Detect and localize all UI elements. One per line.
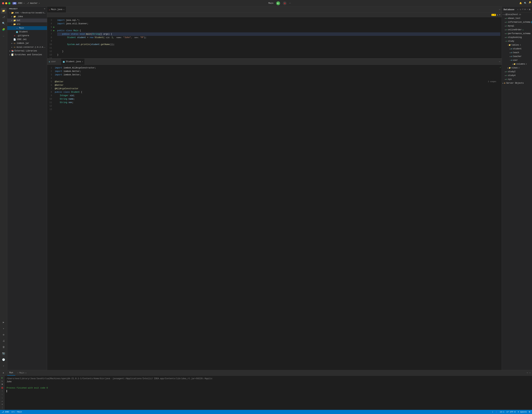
run-wrap-toggle[interactable]: ↵ bbox=[0, 400, 4, 403]
more-tools-icon[interactable]: … bbox=[1, 33, 6, 38]
branch-name[interactable]: master bbox=[30, 2, 38, 4]
sidebar-item-out[interactable]: ▶ 📁 out bbox=[7, 19, 47, 22]
search-icon[interactable]: 🔍 bbox=[524, 2, 527, 4]
db-item-table-teach[interactable]: ▶ ⊞ teach bbox=[502, 51, 532, 55]
status-profile-icon[interactable]: 👤 bbox=[495, 411, 498, 413]
db-add-icon[interactable]: ＋ bbox=[517, 8, 519, 11]
db-item-tables[interactable]: ▾ 📁 tables 4 bbox=[502, 43, 532, 47]
more-button[interactable]: ⋯ bbox=[289, 2, 291, 4]
db-item-mysql[interactable]: ▶ ⊙ mysql bbox=[502, 24, 532, 28]
branch-arrow-icon[interactable]: ▾ bbox=[39, 2, 40, 4]
db-item-onlineorder[interactable]: ▶ ⊙ onlineOrder ✦ bbox=[502, 28, 532, 32]
print-icon[interactable]: 🖨 bbox=[1, 338, 6, 344]
run-play-button[interactable]: ▶ bbox=[0, 376, 4, 379]
db-item-table-teacher[interactable]: ▶ ⊞ teacher bbox=[502, 55, 532, 58]
code-main[interactable]: import java.sql.*; import java.util.Scan… bbox=[56, 17, 502, 58]
db-item-infschema[interactable]: ▶ ⊙ information_schema 🌐 bbox=[502, 20, 532, 24]
status-indent[interactable]: 4 spaces bbox=[518, 411, 527, 413]
tab-close-main[interactable]: ✕ bbox=[63, 9, 64, 10]
sidebar-item-mysql-jar[interactable]: ▶ 🗂 mysql-connector-j-8.2.0.jar bbox=[7, 45, 47, 49]
status-vcs-icon[interactable]: ⚡ bbox=[492, 411, 493, 413]
sidebar-item-ext-libs[interactable]: ▶ 📚 External Libraries bbox=[7, 49, 47, 53]
run-scroll-down[interactable]: ↓ bbox=[0, 396, 4, 399]
run-tab-main[interactable]: □ Main ✕ bbox=[15, 370, 28, 376]
db-item-study2[interactable]: ▶ ⊙ study2 bbox=[502, 70, 532, 74]
db-item-table-user[interactable]: ▾ ⊞ user bbox=[502, 58, 532, 62]
project-name[interactable]: JDBC bbox=[18, 2, 22, 4]
maximize-button[interactable] bbox=[8, 2, 10, 4]
run-settings-button[interactable]: ⋮ bbox=[0, 406, 4, 409]
tab-user[interactable]: ⊞ user bbox=[47, 59, 61, 65]
fold-icon[interactable]: ▲ bbox=[497, 14, 498, 16]
sidebar-item-jdbciml[interactable]: 📄 JDBC.iml bbox=[7, 38, 47, 41]
db-item-serverobjects[interactable]: ▶ 🖥 Server Objects bbox=[502, 81, 532, 85]
sidebar-item-gitignore[interactable]: ⊘ .gitignore bbox=[7, 34, 47, 38]
db-item-localhost[interactable]: ▾ ◎ @localhost 10 bbox=[502, 13, 532, 17]
run-more-button[interactable]: ⋮ bbox=[0, 390, 4, 393]
db-more-icon[interactable]: ⋯ bbox=[527, 8, 528, 11]
run-stop-button[interactable]: ■ bbox=[0, 383, 4, 386]
sidebar-item-jdbc[interactable]: ▾ 📂 JDBC ~/Desktop/CS/JavaEE/1 Ja... bbox=[7, 11, 47, 15]
run-config[interactable]: Main bbox=[268, 2, 274, 4]
dropdown-arrow-icon[interactable]: ▾ bbox=[24, 2, 25, 4]
status-encoding[interactable]: LF UTF-8 bbox=[506, 411, 515, 413]
db-item-staybooking[interactable]: ▶ ⊙ staybooking bbox=[502, 36, 532, 39]
notification-icon[interactable]: 🔔 bbox=[519, 2, 522, 4]
sidebar-item-scratches[interactable]: ▶ 📝 Scratches and Consoles bbox=[7, 53, 47, 57]
sidebar-item-idea[interactable]: ▶ 📁 .idea bbox=[7, 15, 47, 19]
tab-main-java[interactable]: ☕ Main.java ✕ bbox=[47, 7, 66, 12]
sidebar-item-student[interactable]: ⬤ Student bbox=[7, 30, 47, 34]
run-icon[interactable]: ▶ bbox=[1, 320, 6, 325]
sidebar-item-main[interactable]: ☕ Main bbox=[7, 26, 47, 30]
clock-icon[interactable]: 🕐 bbox=[1, 357, 6, 362]
sidebar-item-lombok[interactable]: ▶ 🗂 lombok.jar bbox=[7, 41, 47, 45]
run-filter-button[interactable]: ≡ bbox=[0, 403, 4, 406]
db-filter-icon[interactable]: ⊞ bbox=[524, 8, 526, 11]
db-sql-icon[interactable]: ≡ bbox=[522, 8, 523, 11]
db-item-table-student[interactable]: ▶ ⊞ student bbox=[502, 47, 532, 51]
status-position[interactable]: 13:1 bbox=[500, 411, 504, 413]
db-panel-icon[interactable]: ▣ bbox=[529, 8, 530, 11]
cursor-ai-icon[interactable]: ✦ bbox=[1, 326, 6, 331]
tab-close-student[interactable]: ✕ bbox=[82, 61, 83, 63]
terminal-icon[interactable]: ⊞ bbox=[1, 332, 6, 338]
db-label-ebean: ebean_test bbox=[508, 17, 520, 19]
minimize-button[interactable] bbox=[5, 2, 7, 4]
tab-more-button2[interactable]: ⋯ bbox=[498, 60, 502, 63]
plugins-icon[interactable]: 🧩 bbox=[1, 27, 6, 32]
git-icon[interactable]: ⚡ bbox=[1, 363, 6, 369]
close-button[interactable] bbox=[2, 2, 4, 4]
db-item-sys[interactable]: ▶ ⊙ sys bbox=[502, 77, 532, 81]
db-item-study4[interactable]: ▶ ⊙ study4 bbox=[502, 74, 532, 77]
status-copy-icon[interactable]: ⧉ bbox=[529, 411, 530, 413]
db-item-columns[interactable]: ▶ 📁 columns 2 bbox=[502, 62, 532, 66]
run-debug-button[interactable]: 🐞 bbox=[0, 386, 4, 389]
db-item-views[interactable]: ▶ 📁 views 2 bbox=[502, 66, 532, 70]
run-panel-minimize[interactable]: ─ bbox=[529, 372, 531, 374]
run-panel-options[interactable]: ⋯ bbox=[527, 372, 528, 374]
vcs-icon-btn[interactable]: ⎇ bbox=[1, 14, 6, 20]
sidebar-options[interactable]: ⋯ bbox=[44, 8, 45, 10]
search-icon-btn[interactable]: 🔍 bbox=[1, 20, 6, 26]
debug-button[interactable]: 🐞 bbox=[283, 1, 287, 5]
tab-more-button[interactable]: ⋯ bbox=[498, 8, 502, 11]
db-item-ebean[interactable]: ▶ ⊙ ebean_test bbox=[502, 17, 532, 20]
db-refresh-icon[interactable]: ↻ bbox=[520, 8, 521, 11]
db-item-perfschema[interactable]: ▶ ⊙ performance_schema bbox=[502, 32, 532, 36]
run-tab-close[interactable]: ✕ bbox=[25, 372, 26, 374]
status-breadcrumb[interactable]: src › Main bbox=[11, 411, 22, 413]
tab-student-java[interactable]: ⬤ Student.java ✕ bbox=[61, 59, 85, 65]
code-student[interactable]: import lombok.AllArgsConstructor; import… bbox=[53, 65, 499, 370]
run-button[interactable]: ▶ bbox=[276, 1, 280, 5]
run-cursor-line[interactable] bbox=[7, 390, 530, 393]
camera-icon[interactable]: 📷 bbox=[1, 351, 6, 356]
delete-icon[interactable]: 🗑 bbox=[1, 344, 6, 350]
run-reload-button[interactable]: ↻ bbox=[0, 380, 4, 383]
run-scroll-up[interactable]: ↑ bbox=[0, 393, 4, 396]
db-item-study[interactable]: ▾ ⊙ study bbox=[502, 39, 532, 43]
sidebar-item-src[interactable]: ▾ 📂 src bbox=[7, 22, 47, 26]
unfold-icon[interactable]: ▼ bbox=[499, 14, 500, 16]
project-icon[interactable]: 📁 bbox=[1, 8, 6, 13]
run-tab-run[interactable]: Run bbox=[7, 370, 15, 376]
status-project[interactable]: ⎇ JDBC bbox=[2, 411, 9, 413]
